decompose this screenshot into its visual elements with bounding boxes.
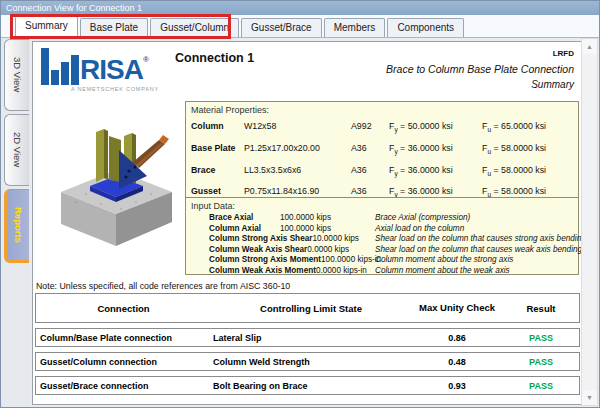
result-unity-check: 0.93 [411, 381, 503, 391]
annotation-highlight-rect [10, 14, 231, 39]
scroll-down-icon[interactable]: ▼ [582, 390, 597, 405]
material-row-column: Column W12x58 A992 Fy = 50.0000 ksi Fu =… [191, 117, 573, 139]
result-connection: Gusset/Brace connection [36, 381, 211, 391]
tab-components[interactable]: Components [387, 18, 464, 37]
input-row-strong-axis-shear: Column Strong Axis Shear10.0000 kipsShea… [191, 234, 573, 245]
result-limit-state: Column Weld Strength [211, 357, 411, 367]
result-row-column-base-plate: Column/Base Plate connection Lateral Sli… [35, 328, 580, 347]
sidebar-tab-reports[interactable]: Reports [4, 189, 29, 263]
view-sidebar: 3D View 2D View Reports [1, 38, 31, 407]
result-row-gusset-column: Gusset/Column connection Column Weld Str… [35, 352, 580, 371]
risa-logo-bars-icon [41, 48, 80, 85]
input-row-weak-axis-shear: Column Weak Axis Shear0.0000 kipsShear l… [191, 245, 573, 256]
header-limit-state: Controlling Limit State [211, 303, 411, 314]
result-status-badge: PASS [503, 357, 579, 367]
tab-gusset-brace[interactable]: Gusset/Brace [241, 18, 322, 37]
input-row-weak-axis-moment: Column Weak Axis Moment0.0000 kips-inCol… [191, 266, 573, 277]
vertical-scrollbar[interactable]: ▲ ▼ [581, 38, 598, 406]
result-status-badge: PASS [503, 333, 579, 343]
header-connection: Connection [36, 303, 211, 314]
input-row-brace-axial: Brace Axial100.0000 kipsBrace Axial (com… [191, 213, 573, 224]
result-limit-state: Lateral Slip [211, 333, 411, 343]
material-row-brace: Brace LL3.5x3.5x6x6 A36 Fy = 36.0000 ksi… [191, 161, 573, 183]
input-row-strong-axis-moment: Column Strong Axis Moment100.0000 kips-i… [191, 255, 573, 266]
connection-type-label: Brace to Column Base Plate Connection [386, 63, 574, 75]
material-row-base-plate: Base Plate P1.25x17.00x20.00 A36 Fy = 36… [191, 139, 573, 161]
risa-logo: RISA® A NEMETSCHEK COMPANY [41, 48, 181, 92]
report-page-name: Summary [531, 79, 574, 90]
result-limit-state: Bolt Bearing on Brace [211, 381, 411, 391]
sidebar-tab-3d-view[interactable]: 3D View [4, 39, 29, 111]
registered-mark: ® [143, 55, 148, 64]
result-connection: Gusset/Column connection [36, 357, 211, 367]
material-properties-box: Material Properties: Column W12x58 A992 … [185, 101, 579, 198]
result-row-gusset-brace: Gusset/Brace connection Bolt Bearing on … [35, 376, 580, 395]
result-connection: Column/Base Plate connection [36, 333, 211, 343]
scroll-up-icon[interactable]: ▲ [582, 39, 597, 54]
input-data-title: Input Data: [191, 200, 573, 213]
result-status-badge: PASS [503, 381, 579, 391]
sidebar-tab-3d-view-label: 3D View [12, 57, 23, 92]
sidebar-tab-2d-view-label: 2D View [12, 132, 23, 167]
design-method-label: LRFD [553, 49, 574, 58]
report-page: RISA® A NEMETSCHEK COMPANY Connection 1 … [32, 41, 582, 405]
connection-title: Connection 1 [175, 51, 254, 65]
header-unity-check: Max Unity Check [411, 303, 503, 314]
header-result: Result [503, 303, 579, 314]
result-unity-check: 0.86 [411, 333, 503, 343]
input-data-box: Input Data: Brace Axial100.0000 kipsBrac… [185, 197, 579, 275]
results-table: Connection Controlling Limit State Max U… [35, 293, 580, 395]
input-row-column-axial: Column Axial100.0000 kipsAxial load on t… [191, 224, 573, 235]
code-reference-note: Note: Unless specified, all code referen… [36, 281, 290, 291]
window-title: Connection View for Connection 1 [1, 1, 599, 15]
risa-tagline: A NEMETSCHEK COMPANY [71, 86, 181, 92]
risa-brand-text: RISA® [80, 55, 148, 85]
results-header-row: Connection Controlling Limit State Max U… [35, 293, 580, 323]
result-unity-check: 0.48 [411, 357, 503, 367]
tab-members[interactable]: Members [324, 18, 386, 37]
sidebar-tab-2d-view[interactable]: 2D View [4, 114, 29, 186]
connection-3d-preview [41, 114, 193, 256]
material-properties-title: Material Properties: [191, 104, 573, 117]
sidebar-tab-reports-label: Reports [13, 207, 24, 243]
connection-view-window: Connection View for Connection 1 Summary… [0, 0, 600, 408]
